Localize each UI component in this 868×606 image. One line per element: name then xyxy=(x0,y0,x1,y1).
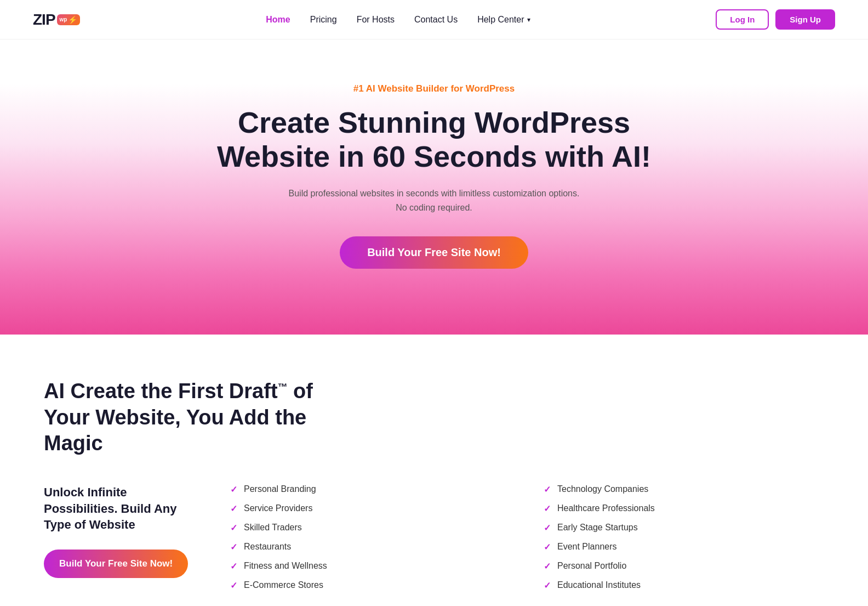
nav-item-home[interactable]: Home xyxy=(266,15,290,25)
nav-link-pricing[interactable]: Pricing xyxy=(310,15,337,24)
list-item: ✓Event Planners xyxy=(544,542,824,552)
nav-help-center[interactable]: Help Center ▾ xyxy=(477,15,530,25)
hero-sub-line1: Build professional websites in seconds w… xyxy=(289,189,580,198)
check-icon: ✓ xyxy=(230,484,237,495)
check-icon: ✓ xyxy=(544,561,551,571)
list-item: ✓Personal Branding xyxy=(230,484,511,495)
hero-section: #1 AI Website Builder for WordPress Crea… xyxy=(0,39,868,335)
section2-title-tm: ™ xyxy=(278,382,288,393)
bolt-icon: ⚡ xyxy=(68,15,77,24)
list-item-label: Early Stage Startups xyxy=(557,523,638,533)
mid-checklist: ✓Personal Branding ✓Service Providers ✓S… xyxy=(230,484,511,591)
list-item-label: Fitness and Wellness xyxy=(244,561,327,571)
section2-col-left: Unlock Infinite Possibilities. Build Any… xyxy=(44,484,197,591)
login-button[interactable]: Log In xyxy=(716,9,769,30)
list-item-label: Restaurants xyxy=(244,542,291,552)
right-checklist: ✓Technology Companies ✓Healthcare Profes… xyxy=(544,484,824,591)
section2-content: Unlock Infinite Possibilities. Build Any… xyxy=(44,484,824,591)
hero-subtitle: Build professional websites in seconds w… xyxy=(22,186,846,214)
list-item-label: Skilled Traders xyxy=(244,523,302,533)
col-left-title: Unlock Infinite Possibilities. Build Any… xyxy=(44,484,197,533)
list-item-label: Personal Branding xyxy=(244,484,316,494)
nav-item-help[interactable]: Help Center ▾ xyxy=(477,15,530,25)
list-item-label: Educational Institutes xyxy=(557,580,641,590)
check-icon: ✓ xyxy=(544,580,551,591)
list-item: ✓Technology Companies xyxy=(544,484,824,495)
list-item-label: Technology Companies xyxy=(557,484,648,494)
check-icon: ✓ xyxy=(230,561,237,571)
check-icon: ✓ xyxy=(544,484,551,495)
logo-badge-wp-text: wp xyxy=(60,16,67,22)
list-item: ✓Healthcare Professionals xyxy=(544,503,824,514)
section2-col-mid: ✓Personal Branding ✓Service Providers ✓S… xyxy=(230,484,511,591)
list-item: ✓Restaurants xyxy=(230,542,511,552)
check-icon: ✓ xyxy=(230,580,237,591)
list-item: ✓Early Stage Startups xyxy=(544,523,824,533)
nav-link-home[interactable]: Home xyxy=(266,15,290,24)
hero-tag: #1 AI Website Builder for WordPress xyxy=(22,83,846,94)
hero-title: Create Stunning WordPress Website in 60 … xyxy=(215,105,653,173)
check-icon: ✓ xyxy=(230,523,237,533)
list-item: ✓Personal Portfolio xyxy=(544,561,824,571)
list-item-label: Personal Portfolio xyxy=(557,561,626,571)
section2: AI Create the First Draft™ of Your Websi… xyxy=(0,335,868,606)
list-item: ✓Service Providers xyxy=(230,503,511,514)
hero-sub-line2: No coding required. xyxy=(396,203,472,212)
help-center-label: Help Center xyxy=(477,15,524,25)
list-item: ✓Fitness and Wellness xyxy=(230,561,511,571)
section2-title-part1: AI Create the First Draft xyxy=(44,380,278,403)
list-item: ✓Educational Institutes xyxy=(544,580,824,591)
logo-text: ZIP xyxy=(33,11,55,29)
section2-col-right: ✓Technology Companies ✓Healthcare Profes… xyxy=(544,484,824,591)
logo-badge: wp ⚡ xyxy=(57,14,81,25)
section2-cta-button[interactable]: Build Your Free Site Now! xyxy=(44,550,188,578)
list-item: ✓Skilled Traders xyxy=(230,523,511,533)
hero-cta-button[interactable]: Build Your Free Site Now! xyxy=(340,236,528,269)
navbar: ZIP wp ⚡ Home Pricing For Hosts Contact … xyxy=(0,0,868,39)
list-item: ✓E-Commerce Stores xyxy=(230,580,511,591)
check-icon: ✓ xyxy=(544,523,551,533)
list-item-label: Event Planners xyxy=(557,542,617,552)
nav-item-for-hosts[interactable]: For Hosts xyxy=(357,15,395,25)
nav-item-contact[interactable]: Contact Us xyxy=(414,15,458,25)
check-icon: ✓ xyxy=(544,503,551,514)
logo[interactable]: ZIP wp ⚡ xyxy=(33,11,80,29)
section2-title: AI Create the First Draft™ of Your Websi… xyxy=(44,378,318,457)
list-item-label: E-Commerce Stores xyxy=(244,580,323,590)
check-icon: ✓ xyxy=(230,542,237,552)
signup-button[interactable]: Sign Up xyxy=(775,9,835,30)
check-icon: ✓ xyxy=(230,503,237,514)
list-item-label: Healthcare Professionals xyxy=(557,503,655,513)
nav-link-contact[interactable]: Contact Us xyxy=(414,15,458,24)
nav-links: Home Pricing For Hosts Contact Us Help C… xyxy=(266,15,530,25)
nav-link-for-hosts[interactable]: For Hosts xyxy=(357,15,395,24)
nav-item-pricing[interactable]: Pricing xyxy=(310,15,337,25)
chevron-down-icon: ▾ xyxy=(527,16,530,24)
list-item-label: Service Providers xyxy=(244,503,312,513)
check-icon: ✓ xyxy=(544,542,551,552)
nav-actions: Log In Sign Up xyxy=(716,9,835,30)
